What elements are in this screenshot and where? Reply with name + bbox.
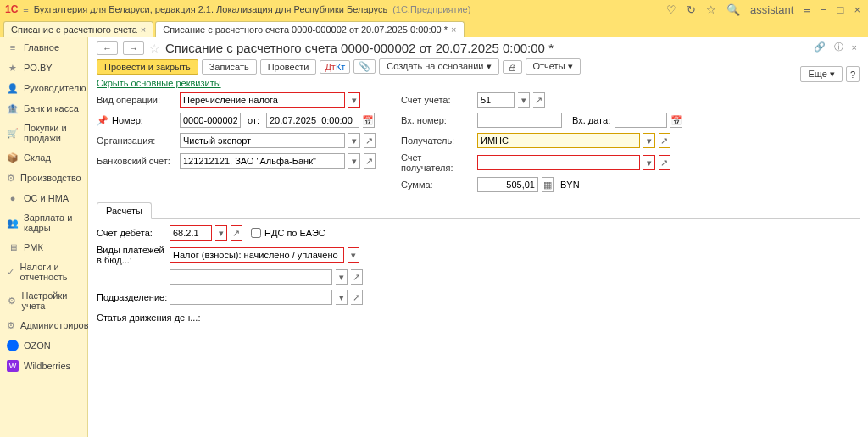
sidebar-label: Производство: [20, 173, 81, 183]
currency-label: BYN: [560, 180, 580, 190]
info-icon[interactable]: ⓘ: [832, 41, 846, 53]
reports-button[interactable]: Отчеты ▾: [526, 58, 581, 75]
post-and-close-button[interactable]: Провести и закрыть: [97, 59, 198, 75]
dropdown-icon[interactable]: ▾: [336, 269, 348, 285]
open-icon[interactable]: ↗: [364, 153, 376, 169]
bell-icon[interactable]: ♡: [664, 3, 679, 16]
sidebar-label: Wildberries: [24, 361, 70, 371]
in-number-input[interactable]: [477, 113, 562, 128]
star-icon[interactable]: ☆: [704, 3, 719, 16]
sidebar-item-7[interactable]: ●ОС и НМА: [0, 188, 87, 208]
sidebar-item-3[interactable]: 🏦Банк и касса: [0, 98, 87, 119]
tab-document[interactable]: Списание с расчетного счета 0000-000002 …: [155, 21, 464, 37]
titlebar: 1С ≡ Бухгалтерия для Беларуси, редакция …: [0, 0, 868, 19]
recipient-acc-input[interactable]: [477, 155, 640, 170]
sidebar-item-13[interactable]: OZON: [0, 335, 87, 356]
account-input[interactable]: [477, 92, 515, 108]
back-button[interactable]: ←: [97, 41, 118, 55]
close-panel-icon[interactable]: ×: [849, 42, 860, 53]
more-button[interactable]: Еще ▾: [800, 66, 842, 82]
sidebar-item-4[interactable]: 🛒Покупки и продажи: [0, 119, 87, 147]
sidebar-item-2[interactable]: 👤Руководителю: [0, 78, 87, 98]
open-icon[interactable]: ↗: [659, 133, 670, 148]
close-icon[interactable]: ×: [851, 3, 863, 16]
dropdown-icon[interactable]: ▾: [336, 290, 348, 305]
maximize-icon[interactable]: □: [835, 3, 847, 16]
open-icon[interactable]: ↗: [231, 225, 242, 241]
date-input[interactable]: [266, 113, 359, 128]
sidebar-item-10[interactable]: ✓Налоги и отчетность: [0, 257, 87, 286]
nav-icon: 👤: [7, 82, 19, 94]
pin-icon[interactable]: 📌: [97, 115, 108, 126]
sidebar-item-8[interactable]: 👥Зарплата и кадры: [0, 208, 87, 237]
open-icon[interactable]: ↗: [364, 133, 376, 148]
dt-kt-icon[interactable]: ДтКт: [320, 60, 350, 74]
minimize-icon[interactable]: −: [818, 3, 830, 16]
sum-input[interactable]: [477, 177, 538, 192]
tab-close-icon[interactable]: ×: [141, 25, 146, 35]
dropdown-icon[interactable]: ▾: [215, 225, 227, 241]
calc-icon[interactable]: ▦: [542, 177, 554, 192]
bank-acc-input[interactable]: [180, 153, 345, 169]
open-icon[interactable]: ↗: [533, 92, 545, 108]
sidebar-item-5[interactable]: 📦Склад: [0, 147, 87, 168]
favorite-icon[interactable]: ☆: [149, 41, 160, 55]
open-icon[interactable]: ↗: [659, 155, 670, 170]
search-icon[interactable]: 🔍: [724, 3, 743, 16]
hide-main-link[interactable]: Скрыть основные реквизиты: [97, 78, 221, 88]
number-input[interactable]: [180, 113, 241, 128]
sidebar-item-9[interactable]: 🖥РМК: [0, 237, 87, 257]
vat-eaes-checkbox[interactable]: [251, 228, 261, 238]
settings-icon[interactable]: ≡: [801, 3, 813, 16]
sidebar-item-12[interactable]: ⚙Администрирование: [0, 315, 87, 335]
dropdown-icon[interactable]: ▾: [643, 133, 655, 148]
dropdown-icon[interactable]: ▾: [348, 153, 360, 169]
open-icon[interactable]: ↗: [351, 269, 363, 285]
calendar-icon[interactable]: 📅: [363, 113, 375, 128]
sidebar-item-1[interactable]: ★PO.BY: [0, 58, 87, 78]
tab-close-icon[interactable]: ×: [451, 25, 456, 35]
dropdown-icon[interactable]: ▾: [518, 92, 530, 108]
open-icon[interactable]: ↗: [351, 290, 363, 305]
tab-calculations[interactable]: Расчеты: [97, 202, 152, 219]
operation-type-input[interactable]: [180, 92, 345, 108]
sidebar-item-6[interactable]: ⚙Производство: [0, 168, 87, 188]
recipient-acc-label: Счет получателя:: [401, 152, 474, 173]
sidebar-label: РМК: [24, 242, 43, 252]
in-date-input[interactable]: [615, 113, 667, 128]
recipient-input[interactable]: [477, 133, 640, 148]
sidebar-item-14[interactable]: WWildberries: [0, 356, 87, 376]
sidebar-item-11[interactable]: ⚙Настройки учета: [0, 286, 87, 315]
sidebar-label: PO.BY: [24, 63, 53, 73]
dropdown-icon[interactable]: ▾: [348, 133, 360, 148]
debit-input[interactable]: [170, 225, 212, 241]
sidebar-label: Налоги и отчетность: [20, 262, 81, 282]
nav-icon: ●: [7, 192, 19, 204]
forward-button[interactable]: →: [123, 41, 144, 55]
sidebar-item-0[interactable]: ≡Главное: [0, 37, 87, 58]
dropdown-icon[interactable]: ▾: [643, 155, 655, 170]
menu-icon[interactable]: ≡: [23, 4, 28, 14]
nav-icon: 🏦: [7, 102, 19, 114]
number-label: Номер:: [112, 115, 176, 125]
help-button[interactable]: ?: [846, 66, 860, 82]
wb-icon: W: [7, 360, 19, 372]
app-title: Бухгалтерия для Беларуси, редакция 2.1. …: [34, 4, 387, 14]
dropdown-icon[interactable]: ▾: [348, 247, 359, 263]
tab-list[interactable]: Списание с расчетного счета ×: [3, 21, 153, 37]
record-button[interactable]: Записать: [202, 59, 257, 75]
extra-input[interactable]: [170, 269, 332, 285]
print-icon[interactable]: 🖨: [503, 60, 522, 74]
nav-icon: ★: [7, 62, 19, 74]
org-input[interactable]: [180, 133, 345, 148]
dropdown-icon[interactable]: ▾: [348, 92, 360, 108]
post-button[interactable]: Провести: [260, 59, 317, 75]
calendar-icon[interactable]: 📅: [670, 113, 682, 128]
attach-icon[interactable]: 📎: [353, 59, 376, 74]
payment-types-input[interactable]: [170, 247, 344, 263]
nav-icon: ≡: [7, 41, 19, 53]
history-icon[interactable]: ↻: [684, 3, 698, 16]
division-input[interactable]: [170, 290, 332, 305]
create-based-button[interactable]: Создать на основании ▾: [379, 58, 498, 75]
link-icon[interactable]: 🔗: [811, 41, 828, 53]
